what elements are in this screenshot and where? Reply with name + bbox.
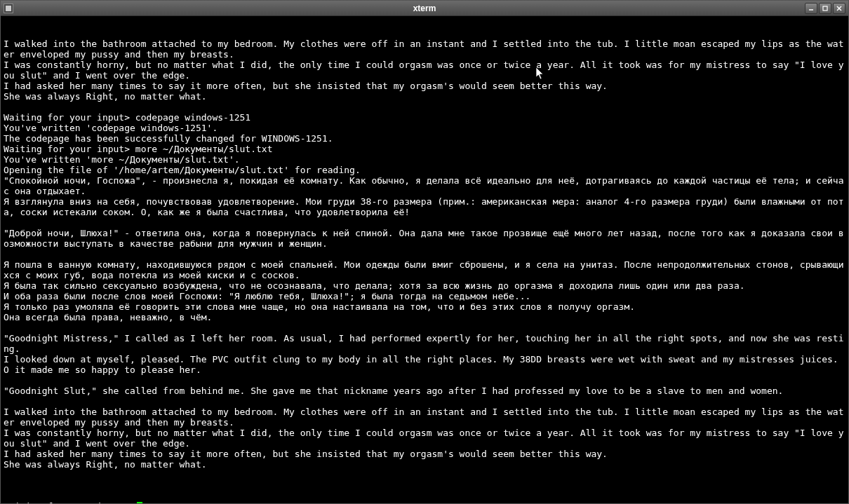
terminal-line: I was constantly horny, but no matter wh… [4, 60, 845, 81]
terminal-line: Waiting for your input> more ~/Документы… [4, 144, 845, 154]
terminal-line: She was always Right, no matter what. [4, 459, 845, 470]
xterm-window: xterm I walked into the bathroom attache… [0, 0, 849, 504]
titlebar[interactable]: xterm [1, 1, 848, 16]
terminal-line: O it made me so happy to please her. [4, 365, 845, 375]
terminal-line: Я была так сильно сексуально возбуждена,… [4, 280, 845, 291]
terminal-line [4, 102, 845, 112]
cursor [137, 502, 142, 503]
terminal-line: I had asked her many times to say it mor… [4, 449, 845, 459]
window-title: xterm [413, 4, 436, 13]
terminal-line: Я взглянула вниз на себя, почувствовав у… [4, 196, 845, 217]
terminal-line [4, 217, 845, 228]
minimize-button[interactable] [805, 3, 817, 14]
terminal-line: I had asked her many times to say it mor… [4, 81, 845, 91]
terminal-line [4, 249, 845, 259]
prompt-text: Waiting for your input> [4, 501, 135, 503]
terminal-line: I walked into the bathroom attached to m… [4, 39, 845, 60]
terminal-area[interactable]: I walked into the bathroom attached to m… [1, 16, 848, 503]
terminal-line: "Доброй ночи, Шлюха!" - ответила она, ко… [4, 228, 845, 249]
terminal-line: Waiting for your input> codepage windows… [4, 112, 845, 123]
svg-rect-1 [823, 6, 827, 11]
terminal-line: Она всегда была права, неважно, в чём. [4, 312, 845, 322]
close-button[interactable] [833, 3, 845, 14]
terminal-line: The codepage has been successfully chang… [4, 133, 845, 144]
terminal-line: I walked into the bathroom attached to m… [4, 407, 845, 428]
terminal-line: "Goodnight Slut," she called from behind… [4, 386, 845, 396]
terminal-line: "Goodnight Mistress," I called as I left… [4, 333, 845, 354]
terminal-line: She was always Right, no matter what. [4, 91, 845, 102]
terminal-line: I was constantly horny, but no matter wh… [4, 428, 845, 449]
terminal-line: Opening the file of '/home/artem/Докумен… [4, 165, 845, 175]
terminal-line: You've written 'more ~/Документы/slut.tx… [4, 154, 845, 165]
app-icon [4, 4, 13, 13]
terminal-line [4, 375, 845, 386]
terminal-line: I looked down at myself, pleased. The PV… [4, 354, 845, 365]
terminal-line: "Спокойной ночи, Госпожа", - произнесла … [4, 175, 845, 196]
window-controls [805, 3, 845, 14]
terminal-output: I walked into the bathroom attached to m… [4, 39, 845, 480]
terminal-line: Я только раз умоляла её говорить эти сло… [4, 301, 845, 312]
terminal-line [4, 322, 845, 333]
prompt-line: Waiting for your input> [4, 501, 845, 503]
terminal-line: Я пошла в ванную комнату, находившуюся р… [4, 259, 845, 280]
terminal-line [4, 470, 845, 480]
terminal-line [4, 396, 845, 407]
maximize-button[interactable] [819, 3, 831, 14]
terminal-line: You've written 'codepage windows-1251'. [4, 123, 845, 133]
terminal-line: И оба раза были после слов моей Госпожи:… [4, 291, 845, 301]
